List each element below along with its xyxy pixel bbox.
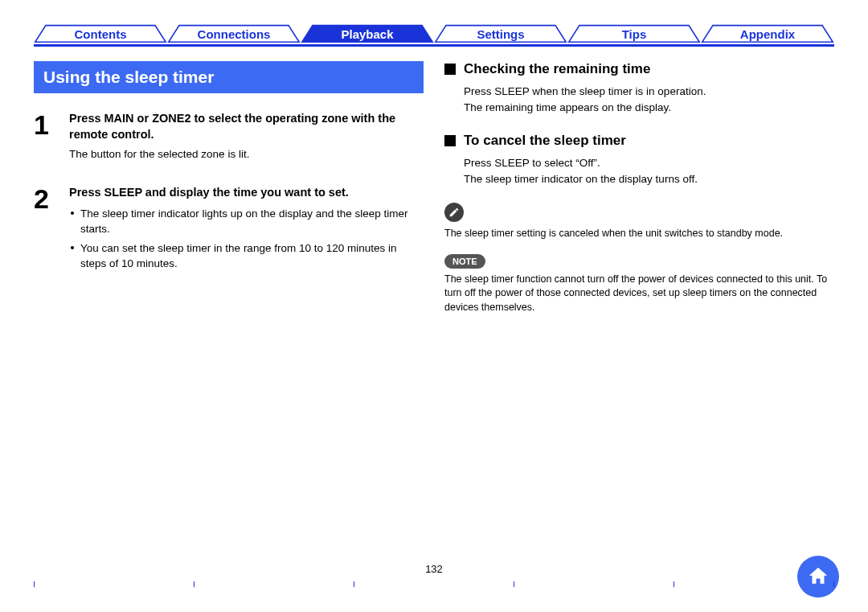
body-line: The remaining time appears on the displa…: [464, 100, 834, 116]
tab-playback[interactable]: Playback: [301, 24, 434, 44]
square-bullet-icon: [444, 135, 456, 146]
tab-label: Appendix: [740, 27, 795, 41]
pencil-note-icon: [444, 203, 464, 222]
step-2: 2Press SLEEP and display the time you wa…: [34, 185, 424, 275]
home-icon: [806, 565, 830, 589]
step-heading: Press MAIN or ZONE2 to select the operat…: [69, 111, 424, 142]
tab-appendix[interactable]: Appendix: [701, 24, 834, 44]
body-line: The sleep timer indicator on the display…: [464, 171, 834, 187]
tab-label: Playback: [341, 27, 393, 41]
section-title: Using the sleep timer: [34, 61, 424, 93]
sub-heading-text: To cancel the sleep timer: [464, 133, 626, 149]
bullet-item: The sleep timer indicator lights up on t…: [69, 206, 424, 237]
square-bullet-icon: [444, 64, 456, 75]
sub-heading: To cancel the sleep timer: [444, 133, 834, 149]
body-line: Press SLEEP when the sleep timer is in o…: [464, 84, 834, 100]
nav-tabs: ContentsConnectionsPlaybackSettingsTipsA…: [34, 24, 834, 47]
section-body: Press SLEEP to select “Off”.The sleep ti…: [444, 155, 834, 187]
right-column: Checking the remaining timePress SLEEP w…: [444, 61, 834, 314]
tab-label: Settings: [477, 27, 524, 41]
step-bullets: The sleep timer indicator lights up on t…: [69, 206, 424, 272]
step-number: 1: [34, 111, 55, 167]
tab-contents[interactable]: Contents: [34, 24, 167, 44]
sub-heading-text: Checking the remaining time: [464, 61, 650, 77]
step-number: 2: [34, 185, 55, 275]
home-button[interactable]: [797, 556, 839, 598]
tab-label: Contents: [75, 27, 127, 41]
note-badge: NOTE: [444, 254, 485, 269]
left-column: Using the sleep timer 1Press MAIN or ZON…: [34, 61, 424, 314]
step-1: 1Press MAIN or ZONE2 to select the opera…: [34, 111, 424, 167]
tab-connections[interactable]: Connections: [167, 24, 301, 44]
body-line: Press SLEEP to select “Off”.: [464, 155, 834, 171]
tab-label: Connections: [198, 27, 271, 41]
note-text: The sleep timer function cannot turn off…: [444, 273, 834, 315]
section-body: Press SLEEP when the sleep timer is in o…: [444, 84, 834, 115]
tab-label: Tips: [622, 27, 647, 41]
step-heading: Press SLEEP and display the time you wan…: [69, 185, 424, 201]
sub-heading: Checking the remaining time: [444, 61, 834, 77]
tab-tips[interactable]: Tips: [567, 24, 701, 44]
tab-settings[interactable]: Settings: [434, 24, 567, 44]
page-number: 132: [0, 563, 868, 575]
footer-ticks: [34, 581, 834, 588]
info-text: The sleep timer setting is canceled when…: [444, 227, 834, 241]
step-subtext: The button for the selected zone is lit.: [69, 147, 424, 162]
bullet-item: You can set the sleep timer in the range…: [69, 240, 424, 272]
